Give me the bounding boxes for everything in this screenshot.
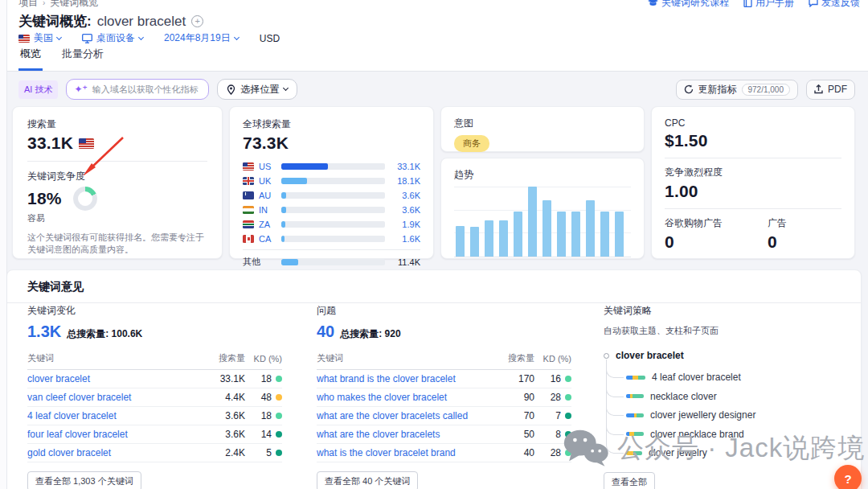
country-code-link[interactable]: ZA bbox=[259, 220, 276, 229]
country-volume: 1.6K bbox=[390, 234, 420, 244]
country-code-link[interactable]: AU bbox=[259, 191, 276, 200]
kd-dot bbox=[565, 394, 571, 401]
keyword-link[interactable]: what are the clover bracelets called bbox=[317, 410, 496, 421]
blue-segment bbox=[626, 413, 634, 417]
green-segment bbox=[634, 432, 644, 436]
export-pdf-button[interactable]: PDF bbox=[806, 80, 855, 100]
total-volume-value: 100.6K bbox=[112, 328, 143, 339]
trend-bar bbox=[470, 227, 479, 257]
table-row: 4 leaf clover bracelet3.6K18 bbox=[27, 407, 282, 425]
total-volume-label: 总搜索量: bbox=[67, 328, 108, 339]
au-flag-icon bbox=[243, 191, 254, 199]
keyword-volume: 40 bbox=[496, 447, 534, 458]
domain-input[interactable]: ✦⁺ 输入域名以获取个性化指标 bbox=[66, 79, 209, 100]
difficulty-gauge bbox=[73, 187, 97, 211]
date-filter[interactable]: 2024年8月19日 bbox=[164, 31, 239, 45]
trend-chart bbox=[454, 187, 631, 257]
country-code-link[interactable]: IN bbox=[259, 205, 276, 215]
intent-card: 意图 商务 bbox=[440, 106, 645, 152]
root-dot-icon bbox=[604, 353, 609, 359]
keyword-link[interactable]: clover bracelet bbox=[27, 373, 207, 384]
header-links: 关键词研究课程 用户手册 发送反馈 bbox=[648, 0, 860, 10]
kd-dot bbox=[276, 376, 282, 382]
refresh-metrics-button[interactable]: 更新指标 972/1,000 bbox=[676, 80, 799, 100]
tab-overview[interactable]: 概览 bbox=[18, 42, 43, 71]
volume-bar bbox=[281, 236, 385, 242]
strategy-child-node[interactable]: 4 leaf clover bracelet bbox=[626, 372, 741, 383]
intent-badge[interactable]: 商务 bbox=[454, 135, 489, 152]
strategy-child-node[interactable]: clover jewellery designer bbox=[626, 409, 755, 421]
keyword-volume: 90 bbox=[496, 392, 534, 403]
keyword-link[interactable]: four leaf clover bracelet bbox=[27, 429, 207, 440]
strategy-child-node[interactable]: clover necklace brand bbox=[626, 429, 744, 440]
trend-bar bbox=[514, 212, 522, 257]
green-segment bbox=[633, 451, 642, 455]
cpc-value: $1.50 bbox=[665, 131, 841, 150]
strategy-root-node[interactable]: clover bracelet bbox=[604, 350, 853, 361]
chevron-down-icon bbox=[138, 34, 144, 39]
global-volume-other-row: 其他 11.4K bbox=[243, 249, 420, 269]
table-row: what brand is the clover bracelet17016 bbox=[317, 370, 571, 388]
user-manual-label: 用户手册 bbox=[755, 0, 794, 10]
help-button[interactable]: ? bbox=[834, 465, 862, 489]
variations-count: 1.3K bbox=[27, 323, 61, 341]
keyword-link[interactable]: what brand is the clover bracelet bbox=[317, 373, 496, 384]
pillar-bar-icon bbox=[626, 451, 642, 455]
keyword-link[interactable]: who makes the clover bracelet bbox=[317, 392, 496, 403]
breadcrumb-projects-link[interactable]: 项目 bbox=[18, 0, 38, 10]
keyword-link[interactable]: van cleef clover bracelet bbox=[27, 392, 207, 403]
keyword-volume: 170 bbox=[496, 373, 534, 384]
select-location-button[interactable]: 选择位置 bbox=[217, 79, 297, 100]
questions-label: 问题 bbox=[317, 304, 571, 318]
trend-bar bbox=[557, 212, 566, 257]
keyword-course-link[interactable]: 关键词研究课程 bbox=[648, 0, 729, 10]
sparkles-icon: ✦⁺ bbox=[74, 84, 87, 95]
strategy-child-node[interactable]: necklace clover bbox=[626, 391, 717, 402]
send-feedback-link[interactable]: 发送反馈 bbox=[809, 0, 860, 10]
us-flag-icon bbox=[243, 162, 254, 171]
kd-dot bbox=[565, 376, 571, 382]
country-code-link[interactable]: CA bbox=[259, 234, 276, 244]
keyword-kd: 28 bbox=[534, 447, 571, 458]
keyword-link[interactable]: gold clover bracelet bbox=[27, 447, 207, 458]
blue-segment bbox=[626, 376, 633, 380]
table-row: who makes the clover bracelet9028 bbox=[317, 388, 571, 407]
keyword-link[interactable]: what are the clover bracelets bbox=[317, 429, 496, 440]
volume-bar bbox=[281, 221, 385, 228]
keyword-volume: 33.1K bbox=[207, 373, 245, 384]
trend-card: 趋势 bbox=[440, 158, 645, 259]
view-all-strategy-button[interactable]: 查看全部 bbox=[604, 472, 655, 489]
variations-column: 关键词变化 1.3K 总搜索量: 100.6K 关键词 搜索量 KD (%) c… bbox=[27, 304, 282, 489]
difficulty-level: 容易 bbox=[27, 212, 207, 224]
green-segment bbox=[637, 413, 644, 417]
strategy-child-node[interactable]: clover jewelry bbox=[626, 447, 707, 458]
cpc-card: CPC $1.50 竞争激烈程度 1.00 谷歌购物广告 0 广告 0 bbox=[651, 106, 855, 259]
table-row: what are the clover bracelets508 bbox=[317, 425, 571, 444]
view-all-questions-button[interactable]: 查看全部 40 个关键词 bbox=[317, 471, 418, 489]
pillar-bar-icon bbox=[626, 394, 644, 398]
questions-table: what brand is the clover bracelet17016wh… bbox=[317, 370, 571, 462]
col-kd: KD (%) bbox=[245, 352, 282, 364]
tab-bulk-analysis[interactable]: 批量分析 bbox=[60, 42, 105, 71]
view-all-variations-button[interactable]: 查看全部 1,303 个关键词 bbox=[27, 471, 141, 489]
user-manual-link[interactable]: 用户手册 bbox=[743, 0, 794, 10]
table-header: 关键词 搜索量 KD (%) bbox=[27, 352, 282, 370]
col-keyword: 关键词 bbox=[317, 352, 496, 364]
add-keyword-icon[interactable]: + bbox=[191, 15, 203, 27]
questions-column: 问题 40 总搜索量: 920 关键词 搜索量 KD (%) what bran… bbox=[317, 304, 571, 489]
in-flag-icon bbox=[243, 206, 254, 214]
trend-bar bbox=[571, 212, 580, 257]
country-code-link[interactable]: US bbox=[259, 162, 276, 171]
keyword-link[interactable]: 4 leaf clover bracelet bbox=[27, 410, 207, 421]
keyword-volume: 70 bbox=[496, 410, 534, 421]
table-row: van cleef clover bracelet4.4K48 bbox=[27, 388, 282, 407]
global-volume-value: 73.3K bbox=[243, 134, 420, 153]
strategy-child-label: clover jewellery designer bbox=[650, 409, 755, 421]
pillar-bar-icon bbox=[626, 376, 645, 380]
breadcrumb-current: 关键词概览 bbox=[50, 0, 98, 10]
keyword-link[interactable]: what is the clover bracelet brand bbox=[317, 447, 496, 458]
kd-dot bbox=[276, 450, 282, 456]
country-code-link[interactable]: UK bbox=[259, 176, 276, 186]
global-volume-row: IN3.6K bbox=[243, 203, 420, 217]
keyword-course-label: 关键词研究课程 bbox=[661, 0, 729, 10]
